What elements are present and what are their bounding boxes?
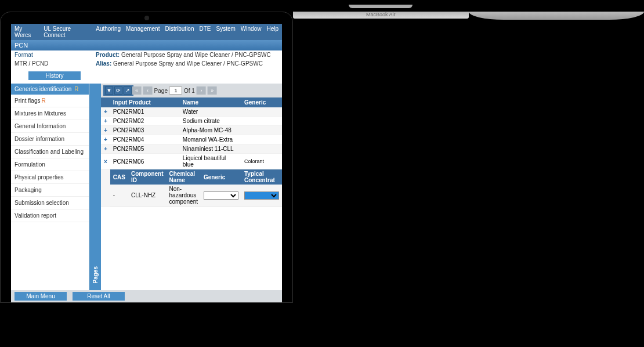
sub-table-row[interactable]: - CLL-NHZ Non-hazardous component [110,185,282,207]
pager-last-icon[interactable]: » [208,86,217,95]
cell-generic [241,107,282,117]
camera-dot [144,16,149,20]
sidebar-header-flag: R [74,86,78,92]
subcell-comp: CLL-NHZ [128,185,167,207]
cell-generic [241,144,282,154]
table-row[interactable]: ×PCN2RM06Liquicol beautiful blueColorant [101,154,282,169]
menu-my-wercs[interactable]: My Wercs [15,26,38,38]
sidebar-item-dossier[interactable]: Dossier information [11,133,89,146]
table-row[interactable]: +PCN2RM01Water [101,107,282,117]
generic-dropdown[interactable] [204,191,238,200]
cell-generic [241,126,282,135]
typical-concentration-dropdown[interactable] [244,191,279,200]
subcol-typical-concentration[interactable]: Typical Concentrat [241,169,282,185]
expand-icon[interactable]: + [101,126,110,135]
sidebar-item-classification[interactable]: Classification and Labeling [11,146,89,158]
menu-distribution[interactable]: Distribution [165,26,194,38]
product-label: Product: [96,52,120,58]
cell-input: PCN2RM05 [110,144,180,154]
filter-icon[interactable]: ▼ [105,86,113,95]
menu-management[interactable]: Management [126,26,160,38]
col-generic[interactable]: Generic [241,97,282,107]
sidebar-header[interactable]: Generics identification R [11,84,89,95]
sidebar-item-print-flags[interactable]: Print flagsR [11,95,89,107]
pager-page-input[interactable] [169,86,182,95]
reset-all-button[interactable]: Reset All [73,292,125,301]
sidebar-item-label: Formulation [15,161,45,168]
menu-help[interactable]: Help [266,26,278,38]
pager-prev-icon[interactable]: ‹ [143,86,153,95]
sidebar-item-label: Submission selection [15,200,69,206]
table-row[interactable]: +PCN2RM04Momanol WA-Extra [101,135,282,144]
footer: Main Menu Reset All [11,290,282,302]
sidebar-item-label: Classification and Labeling [15,149,84,155]
cell-name: Water [180,107,241,117]
menu-window[interactable]: Window [241,26,262,38]
cell-generic: Colorant [241,154,282,169]
product-value: General Purpose Spray and Wipe Cleaner /… [121,52,271,58]
menu-bar: My Wercs UL Secure Connect Authoring Man… [11,24,282,40]
table-row[interactable]: +PCN2RM05Ninaminiest 11-CLL [101,144,282,154]
sidebar-item-label: Mixtures in Mixtures [15,110,66,117]
expand-icon[interactable]: + [101,135,110,144]
sidebar-item-label: Physical properties [15,174,63,180]
sidebar-item-label: Print flags [15,97,40,104]
expand-icon[interactable]: + [101,144,110,154]
toolbar: ▼ ⟳ ↗ « ‹ Page Of 1 › » [101,84,282,97]
format-value: MTR / PCND [15,60,96,67]
cell-name: Momanol WA-Extra [180,135,241,144]
cell-input: PCN2RM01 [110,107,180,117]
export-icon[interactable]: ↗ [124,86,132,95]
cell-name: Sodium citrate [180,117,241,126]
sidebar-item-label: Dossier information [15,136,64,142]
menu-system[interactable]: System [216,26,236,38]
cell-input: PCN2RM04 [110,135,180,144]
pager: « ‹ Page Of 1 › » [132,86,217,95]
page-title: PCN [11,40,282,50]
subcol-chemical-name[interactable]: Chemical Name [167,169,201,185]
menu-authoring[interactable]: Authoring [96,26,121,38]
collapse-icon[interactable]: × [101,154,110,169]
menu-ul-secure-connect[interactable]: UL Secure Connect [44,26,91,38]
sidebar-item-general-info[interactable]: General Information [11,120,89,133]
sidebar-item-validation[interactable]: Validation report [11,209,89,222]
table-header-row: Input Product Name Generic [101,97,282,107]
pages-tab[interactable]: Pages [89,84,101,290]
table-row[interactable]: +PCN2RM02Sodium citrate [101,117,282,126]
cell-name: Alpha-Mom MC-48 [180,126,241,135]
pager-of-label: Of 1 [184,88,195,94]
table-row[interactable]: +PCN2RM03Alpha-Mom MC-48 [101,126,282,135]
sidebar-item-flag: R [41,97,45,104]
sidebar-item-formulation[interactable]: Formulation [11,158,89,171]
sidebar-item-physical[interactable]: Physical properties [11,171,89,184]
expand-icon[interactable]: + [101,117,110,126]
history-button[interactable]: History [28,71,81,80]
col-input-product[interactable]: Input Product [110,97,180,107]
main-menu-button[interactable]: Main Menu [15,292,67,301]
subcol-component-id[interactable]: Component ID [128,169,167,185]
cell-name: Liquicol beautiful blue [180,154,241,169]
sidebar-header-label: Generics identification [15,86,71,92]
expand-icon[interactable]: + [101,107,110,117]
col-name[interactable]: Name [180,97,241,107]
sidebar-item-submission[interactable]: Submission selection [11,197,89,209]
pages-tab-label: Pages [92,266,99,283]
refresh-icon[interactable]: ⟳ [114,86,122,95]
pager-next-icon[interactable]: › [197,86,206,95]
pager-first-icon[interactable]: « [132,86,142,95]
cell-input: PCN2RM06 [110,154,180,169]
subcell-cas: - [110,185,128,207]
cell-name: Ninaminiest 11-CLL [180,144,241,154]
subcol-cas[interactable]: CAS [110,169,128,185]
sidebar-item-label: General Information [15,123,66,129]
cell-input: PCN2RM02 [110,117,180,126]
subcol-generic[interactable]: Generic [201,169,241,185]
col-expand [101,97,110,107]
sidebar-item-packaging[interactable]: Packaging [11,184,89,197]
main-table: Input Product Name Generic +PCN2RM01Wate… [101,97,282,207]
subcell-chem: Non-hazardous component [167,185,201,207]
menu-dte[interactable]: DTE [200,26,211,38]
alias-label: Alias: [96,60,111,67]
sidebar-item-label: Packaging [15,187,42,193]
sidebar-item-mixtures[interactable]: Mixtures in Mixtures [11,107,89,120]
